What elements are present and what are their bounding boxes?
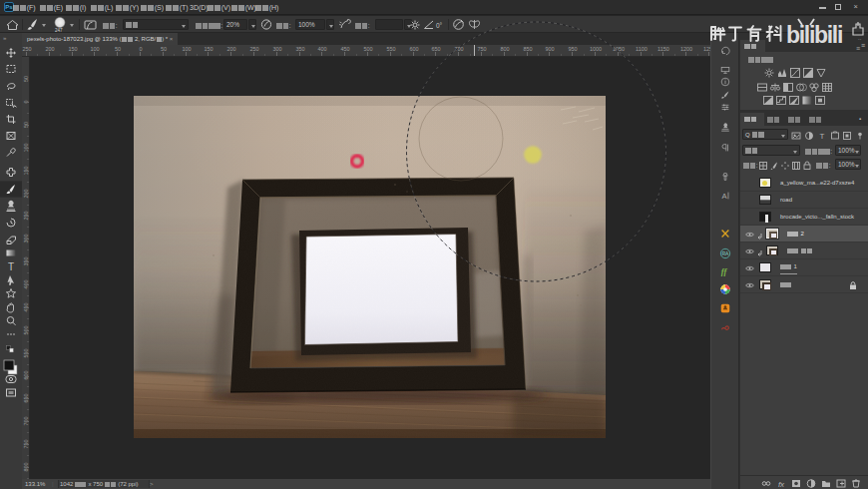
svg-text:ff: ff: [721, 266, 728, 276]
svg-text:fx: fx: [778, 480, 785, 489]
svg-text:T: T: [8, 261, 14, 272]
svg-text:bilibili: bilibili: [786, 22, 842, 48]
svg-text:T: T: [820, 132, 825, 141]
svg-text:..: ..: [858, 35, 862, 41]
svg-text:A: A: [722, 192, 728, 201]
svg-text:RA: RA: [721, 250, 729, 256]
svg-text:≡: ≡: [856, 45, 860, 52]
